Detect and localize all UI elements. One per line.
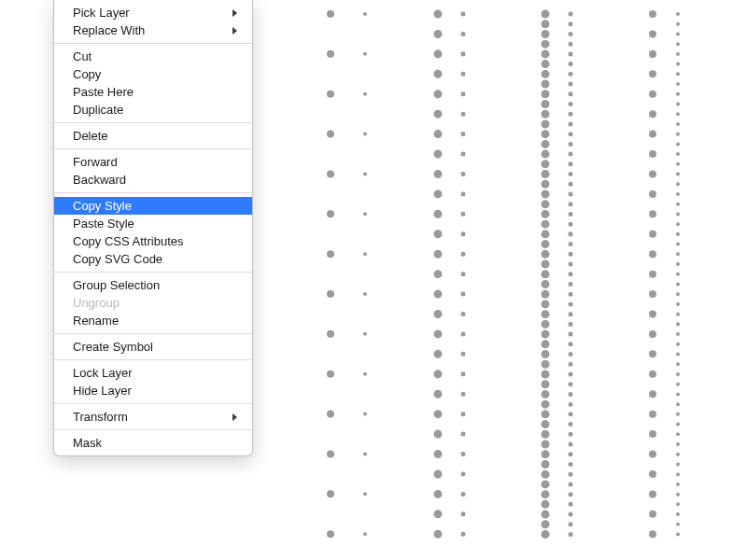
menu-item-cut[interactable]: Cut [54,48,252,65]
menu-item-ungroup: Ungroup [54,294,252,312]
context-menu: Pick LayerReplace WithCutCopyPaste HereD… [53,0,253,456]
menu-item-group-selection[interactable]: Group Selection [54,276,252,294]
menu-item-label: Cut [73,49,233,63]
menu-item-delete[interactable]: Delete [54,127,252,145]
menu-item-copy-style[interactable]: Copy Style [54,197,252,215]
menu-separator [54,272,252,273]
menu-item-label: Duplicate [73,103,233,117]
menu-item-label: Copy SVG Code [73,252,233,266]
menu-item-label: Mask [73,436,233,450]
menu-item-copy-svg[interactable]: Copy SVG Code [54,250,252,268]
menu-item-paste-style[interactable]: Paste Style [54,215,252,232]
menu-item-label: Hide Layer [73,384,233,398]
menu-item-lock-layer[interactable]: Lock Layer [54,364,252,382]
menu-item-hide-layer[interactable]: Hide Layer [54,382,252,399]
menu-item-transform[interactable]: Transform [54,408,252,426]
menu-item-backward[interactable]: Backward [54,171,252,189]
menu-item-replace-with[interactable]: Replace With [54,21,252,39]
menu-item-label: Ungroup [73,296,233,310]
menu-item-label: Lock Layer [73,366,233,380]
menu-item-pick-layer[interactable]: Pick Layer [54,4,252,21]
menu-item-label: Backward [73,173,233,187]
menu-item-label: Pick Layer [73,6,233,20]
menu-separator [54,403,252,404]
menu-separator [54,192,252,193]
menu-item-copy[interactable]: Copy [54,65,252,83]
menu-item-label: Copy [73,67,233,81]
menu-item-create-symbol[interactable]: Create Symbol [54,338,252,356]
menu-item-label: Forward [73,155,233,169]
menu-item-label: Group Selection [73,278,233,292]
menu-separator [54,333,252,334]
menu-item-label: Copy Style [73,199,233,213]
menu-item-copy-css[interactable]: Copy CSS Attributes [54,232,252,250]
menu-item-duplicate[interactable]: Duplicate [54,101,252,119]
menu-item-label: Transform [73,410,233,424]
menu-item-rename[interactable]: Rename [54,312,252,329]
menu-item-paste-here[interactable]: Paste Here [54,83,252,101]
menu-item-label: Rename [73,314,233,328]
menu-item-label: Paste Style [73,217,233,231]
menu-item-label: Paste Here [73,85,233,99]
menu-item-label: Copy CSS Attributes [73,234,233,248]
menu-item-label: Delete [73,129,233,143]
menu-item-mask[interactable]: Mask [54,434,252,452]
menu-item-forward[interactable]: Forward [54,153,252,171]
menu-separator [54,359,252,360]
menu-item-label: Create Symbol [73,340,233,354]
menu-separator [54,122,252,123]
menu-separator [54,148,252,149]
menu-item-label: Replace With [73,23,233,37]
menu-separator [54,429,252,430]
menu-separator [54,43,252,44]
